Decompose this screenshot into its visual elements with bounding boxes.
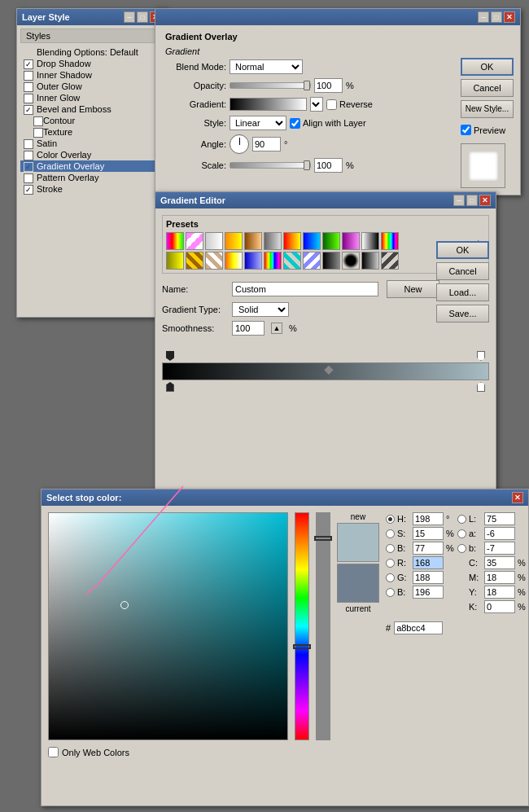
gradient-type-select[interactable]: Solid: [232, 302, 289, 317]
preset-16[interactable]: [225, 252, 243, 270]
blending-options-item[interactable]: Blending Options: Default: [20, 46, 163, 58]
preset-3[interactable]: [205, 232, 223, 250]
preset-2[interactable]: [186, 232, 203, 250]
scale-slider-track[interactable]: [230, 162, 311, 169]
r-cv-input[interactable]: [413, 556, 444, 569]
b-cv-input[interactable]: [413, 542, 444, 555]
opacity-input[interactable]: [314, 78, 343, 93]
preset-1[interactable]: [166, 232, 184, 250]
red-radio[interactable]: [386, 559, 395, 568]
preset-20[interactable]: [303, 252, 321, 270]
preset-5[interactable]: [244, 232, 262, 250]
preset-9[interactable]: [322, 232, 340, 250]
hue-thumb[interactable]: [293, 644, 311, 649]
preset-14[interactable]: [186, 252, 203, 270]
preset-6[interactable]: [264, 232, 282, 250]
sc-close-btn[interactable]: ✕: [512, 492, 523, 503]
go-close-btn[interactable]: ✕: [504, 11, 515, 23]
color-overlay-item[interactable]: Color Overlay: [20, 149, 163, 160]
alpha-thumb[interactable]: [314, 536, 332, 541]
g-cv-input[interactable]: [413, 571, 444, 584]
style-select[interactable]: Linear: [230, 116, 286, 130]
b2-radio[interactable]: [457, 544, 466, 553]
hex-input[interactable]: [394, 621, 443, 634]
outer-glow-item[interactable]: Outer Glow: [20, 81, 163, 92]
smoothness-input[interactable]: [232, 321, 264, 336]
angle-input[interactable]: [252, 137, 281, 151]
brightness-radio[interactable]: [386, 544, 395, 553]
go-ok-button[interactable]: OK: [461, 58, 514, 76]
color-overlay-checkbox[interactable]: [24, 151, 33, 160]
gradient-dropdown[interactable]: [310, 97, 323, 112]
drop-shadow-checkbox[interactable]: [24, 59, 33, 69]
preset-11[interactable]: [361, 232, 379, 250]
ge-maximize-btn[interactable]: □: [466, 195, 478, 206]
ge-cancel-button[interactable]: Cancel: [436, 262, 489, 280]
go-cancel-button[interactable]: Cancel: [461, 79, 514, 97]
ge-minimize-btn[interactable]: ─: [453, 195, 465, 206]
blend-mode-select[interactable]: Normal: [230, 59, 303, 74]
blue-radio[interactable]: [386, 588, 395, 597]
outer-glow-checkbox[interactable]: [24, 82, 33, 92]
s-cv-input[interactable]: [413, 527, 444, 540]
a-cv-input[interactable]: [484, 527, 515, 540]
pattern-overlay-checkbox[interactable]: [24, 173, 33, 183]
preset-7[interactable]: [283, 232, 301, 250]
l-radio[interactable]: [457, 515, 466, 524]
ge-save-button[interactable]: Save...: [436, 305, 489, 323]
midpoint-diamond[interactable]: [324, 366, 333, 375]
k-cv-input[interactable]: [484, 600, 515, 613]
angle-dial[interactable]: [230, 134, 249, 154]
only-web-colors-checkbox[interactable]: [48, 747, 59, 757]
align-layer-checkbox[interactable]: [290, 118, 300, 129]
inner-glow-checkbox[interactable]: [24, 94, 33, 103]
scale-slider-thumb[interactable]: [304, 160, 310, 170]
alpha-slider[interactable]: [316, 512, 330, 740]
texture-item[interactable]: Texture: [20, 126, 163, 138]
bevel-emboss-item[interactable]: Bevel and Emboss: [20, 103, 163, 115]
inner-glow-item[interactable]: Inner Glow: [20, 92, 163, 103]
inner-shadow-checkbox[interactable]: [24, 71, 33, 81]
name-input[interactable]: [232, 282, 378, 296]
preset-15[interactable]: [205, 252, 223, 270]
preset-21[interactable]: [322, 252, 340, 270]
preset-12[interactable]: [381, 232, 399, 250]
go-minimize-btn[interactable]: ─: [478, 11, 489, 23]
a-radio[interactable]: [457, 529, 466, 538]
ge-close-btn[interactable]: ✕: [479, 195, 491, 206]
inner-shadow-item[interactable]: Inner Shadow: [20, 69, 163, 81]
blue-cv-input[interactable]: [413, 586, 444, 599]
gradient-preview-bar[interactable]: [230, 98, 307, 111]
green-radio[interactable]: [386, 573, 395, 582]
opacity-slider-track[interactable]: [230, 82, 311, 89]
bevel-emboss-checkbox[interactable]: [24, 105, 33, 115]
c-cv-input[interactable]: [484, 556, 515, 569]
pattern-overlay-item[interactable]: Pattern Overlay: [20, 172, 163, 183]
preset-24[interactable]: [381, 252, 399, 270]
opacity-slider-thumb[interactable]: [304, 81, 310, 90]
ge-new-button[interactable]: New: [387, 280, 439, 298]
saturation-radio[interactable]: [386, 529, 395, 538]
ge-ok-button[interactable]: OK: [436, 241, 489, 259]
b2-cv-input[interactable]: [484, 542, 515, 555]
scale-input[interactable]: [314, 158, 343, 173]
preset-19[interactable]: [283, 252, 301, 270]
preset-13[interactable]: [166, 252, 184, 270]
gradient-edit-bar[interactable]: [162, 362, 489, 380]
minimize-btn[interactable]: ─: [124, 11, 135, 23]
stroke-checkbox[interactable]: [24, 185, 33, 195]
texture-checkbox[interactable]: [33, 128, 43, 138]
m-cv-input[interactable]: [484, 571, 515, 584]
preset-22[interactable]: [342, 252, 360, 270]
hue-slider[interactable]: [295, 512, 309, 740]
drop-shadow-item[interactable]: Drop Shadow: [20, 58, 163, 69]
satin-checkbox[interactable]: [24, 139, 33, 149]
gradient-overlay-checkbox[interactable]: [24, 162, 33, 172]
preset-8[interactable]: [303, 232, 321, 250]
satin-item[interactable]: Satin: [20, 138, 163, 149]
hue-radio[interactable]: [386, 515, 395, 524]
hue-cv-input[interactable]: [413, 512, 444, 525]
preset-17[interactable]: [244, 252, 262, 270]
y-cv-input[interactable]: [484, 586, 515, 599]
maximize-btn[interactable]: □: [137, 11, 148, 23]
